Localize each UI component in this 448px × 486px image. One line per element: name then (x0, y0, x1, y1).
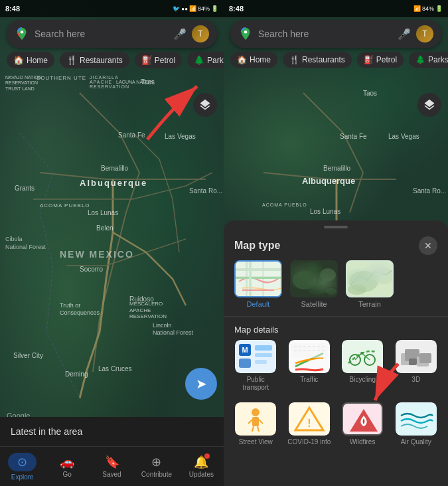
search-input-right[interactable]: Search here (258, 29, 398, 39)
sheet-title: Map type (234, 240, 280, 252)
map-label-right-loslunas: Los Lunas (310, 208, 340, 215)
traffic-thumb (289, 340, 330, 373)
time-right: 8:48 (229, 5, 244, 13)
svg-rect-13 (347, 262, 394, 297)
svg-rect-34 (419, 353, 431, 363)
microphone-icon[interactable]: 🎤 (173, 28, 187, 40)
svg-rect-4 (236, 268, 282, 271)
detail-air-quality[interactable]: Air Quality (392, 402, 441, 446)
svg-point-29 (360, 352, 363, 355)
restaurants-icon: 🍴 (66, 55, 77, 65)
map-type-terrain[interactable]: Terrain (346, 260, 394, 308)
svg-rect-3 (236, 262, 282, 297)
layers-button-right[interactable] (417, 93, 441, 117)
svg-rect-6 (246, 262, 248, 297)
map-details-grid-row1: M Publictransport (224, 340, 448, 400)
nav-go[interactable]: 🚗 Go (44, 455, 89, 478)
svg-rect-7 (262, 262, 264, 297)
svg-point-37 (252, 408, 260, 416)
svg-rect-21 (255, 345, 272, 351)
saved-icon: 🔖 (105, 455, 119, 469)
explore-icon: ⊙ (17, 455, 27, 469)
map-types-row: Default Satellite (224, 260, 448, 316)
svg-text:!: ! (307, 418, 311, 429)
search-bar-right[interactable]: Search here 🎤 T (230, 20, 441, 48)
contribute-label: Contribute (141, 471, 172, 478)
map-label-belen: Belen (96, 224, 113, 232)
detail-public-transport[interactable]: M Publictransport (232, 340, 280, 392)
detail-covid[interactable]: ! COVID-19 info (285, 402, 334, 446)
updates-icon: 🔔 (194, 455, 208, 469)
detail-bicycling[interactable]: Bicycling (338, 340, 387, 392)
map-label-navajo: NAVAJO NATIONRESERVATIONTRUST LAND (5, 75, 42, 92)
svg-rect-38 (252, 417, 259, 426)
close-icon: ✕ (424, 240, 432, 251)
map-label-socorro: Socorro (80, 266, 103, 273)
svg-rect-20 (239, 359, 251, 368)
home-quick-btn[interactable]: 🏠 Home (7, 52, 54, 68)
svg-rect-35 (409, 359, 417, 365)
user-avatar-left[interactable]: T (192, 25, 209, 42)
status-icons-right: 📶 84% 🔋 (413, 5, 443, 12)
close-sheet-button[interactable]: ✕ (419, 236, 437, 255)
default-thumb (234, 260, 282, 297)
detail-3d[interactable]: 3D (392, 340, 441, 392)
public-transport-label: Publictransport (243, 376, 269, 392)
3d-thumb (396, 340, 437, 373)
map-label-newmexico: NEW MEXICO (60, 249, 134, 260)
map-label-deming: Deming (65, 370, 88, 378)
svg-point-2 (244, 31, 248, 34)
home-btn-right[interactable]: 🏠 Home (230, 52, 277, 68)
petrol-icon: ⛽ (141, 55, 152, 65)
svg-rect-22 (255, 353, 272, 357)
satellite-label: Satellite (301, 300, 327, 308)
nav-explore[interactable]: ⊙ Explore (0, 453, 44, 481)
detail-wildfires[interactable]: Wildfires (338, 402, 387, 446)
sheet-header: Map type ✕ (224, 228, 448, 260)
traffic-label: Traffic (300, 376, 318, 384)
left-map-panel: Taos Santa Fe Las Vegas Bernalillo Albuq… (0, 0, 224, 486)
nav-contribute[interactable]: ⊕ Contribute (134, 455, 179, 478)
map-label-southern-ute: SOUTHERN UTE (37, 75, 86, 81)
svg-point-15 (373, 268, 394, 284)
svg-point-16 (348, 284, 366, 295)
nav-updates[interactable]: 🔔 Updates (179, 455, 224, 478)
air-quality-label: Air Quality (401, 438, 431, 446)
svg-point-12 (326, 288, 336, 295)
restaurants-quick-btn[interactable]: 🍴 Restaurants (60, 52, 129, 68)
go-icon: 🚗 (60, 455, 74, 469)
microphone-icon-right[interactable]: 🎤 (398, 28, 411, 40)
map-label-right-bernalillo: Bernalillo (323, 165, 350, 172)
home-icon-right: 🏠 (237, 55, 247, 64)
wildfires-thumb (342, 402, 383, 436)
map-label-truth: Truth orConsequences (60, 302, 100, 317)
public-transport-thumb: M (235, 340, 276, 373)
map-type-satellite[interactable]: Satellite (290, 260, 338, 308)
petrol-btn-right[interactable]: ⛽ Petrol (357, 52, 404, 68)
bottom-navigation: ⊙ Explore 🚗 Go 🔖 Saved ⊕ Contribute 🔔 Up… (0, 446, 224, 486)
map-label-grants: Grants (15, 185, 35, 192)
user-avatar-right[interactable]: T (416, 25, 433, 42)
parks-btn-right[interactable]: 🌲 Parks (409, 52, 448, 68)
home-icon: 🏠 (13, 55, 24, 65)
nav-saved[interactable]: 🔖 Saved (90, 455, 134, 478)
petrol-icon-right: ⛽ (364, 55, 374, 64)
sheet-divider (224, 316, 448, 317)
covid-label: COVID-19 info (287, 438, 331, 446)
map-label-mescalero: MESCALEROAPACHERESERVATION (129, 301, 167, 320)
map-label-lincoln: LincolnNational Forest (153, 322, 193, 337)
detail-street-view[interactable]: Street View (232, 402, 280, 446)
map-type-default[interactable]: Default (234, 260, 282, 308)
directions-button[interactable]: ➤ (185, 368, 217, 400)
map-label-right-santafe: Santa Fe (340, 133, 367, 140)
google-maps-logo-right (238, 27, 253, 41)
map-label-acoma: ACOMA PUEBLO (40, 202, 90, 208)
time-left: 8:48 (5, 5, 20, 13)
map-label-loslunas: Los Lunas (88, 209, 118, 216)
svg-text:M: M (242, 346, 248, 354)
svg-rect-5 (236, 276, 282, 278)
detail-traffic[interactable]: Traffic (285, 340, 334, 392)
restaurants-btn-right[interactable]: 🍴 Restaurants (283, 52, 352, 68)
search-input-left[interactable]: Search here (35, 29, 173, 39)
search-bar-left[interactable]: Search here 🎤 T (7, 20, 217, 48)
